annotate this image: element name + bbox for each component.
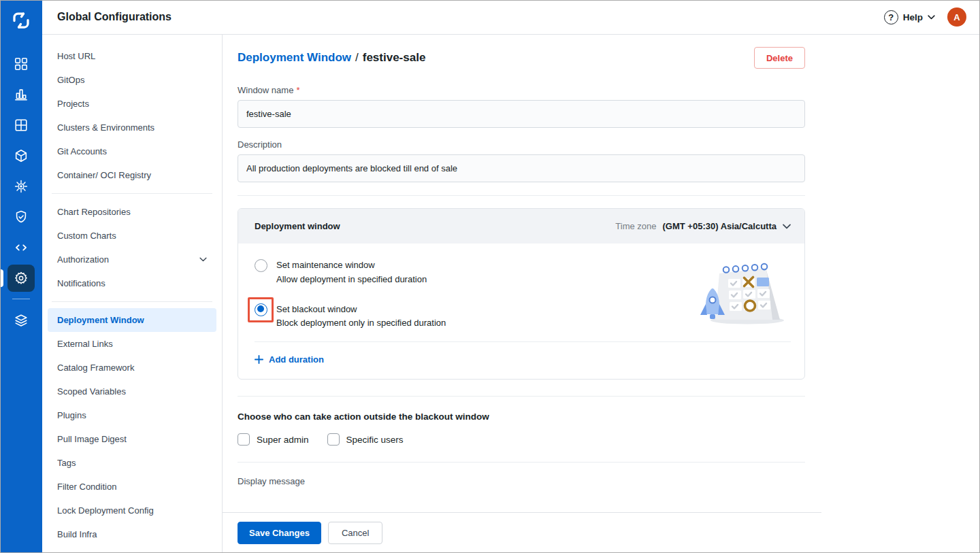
breadcrumb-separator: / <box>355 51 359 64</box>
chevron-down-icon <box>783 224 791 229</box>
body-row: Host URL GitOps Projects Clusters & Envi… <box>42 35 980 553</box>
nav-item-chart-repositories[interactable]: Chart Repositories <box>48 200 216 224</box>
chevron-down-icon <box>928 15 935 20</box>
nav-item-projects[interactable]: Projects <box>48 92 216 116</box>
action-bar: Save Changes Cancel <box>223 512 821 553</box>
chevron-down-icon <box>199 257 207 262</box>
nav-item-filter-condition[interactable]: Filter Condition <box>48 475 216 499</box>
nav-item-scoped-variables[interactable]: Scoped Variables <box>48 380 216 403</box>
blackout-window-option[interactable]: Set blackout window Block deployment onl… <box>255 303 694 331</box>
nav-divider <box>52 193 212 194</box>
save-changes-button[interactable]: Save Changes <box>238 522 321 544</box>
calendar-rocket-illustration <box>694 258 791 329</box>
avatar[interactable]: A <box>947 7 966 27</box>
application-groups-icon[interactable] <box>7 112 35 139</box>
nav-divider <box>52 301 212 302</box>
nav-item-git-accounts[interactable]: Git Accounts <box>48 139 216 163</box>
card-header: Deployment window Time zone (GMT +05:30)… <box>238 209 804 244</box>
maintenance-window-radio[interactable] <box>255 259 267 272</box>
divider <box>255 341 791 342</box>
nav-item-tags[interactable]: Tags <box>48 451 216 475</box>
action-scope-options: Super admin Specific users <box>238 433 805 446</box>
timezone-label: Time zone <box>615 221 656 231</box>
add-duration-button[interactable]: Add duration <box>255 354 324 365</box>
card-title: Deployment window <box>255 221 340 231</box>
breadcrumb-current: festive-sale <box>363 51 426 64</box>
content-area: Deployment Window/festive-sale Delete Wi… <box>223 35 980 553</box>
maintenance-window-option[interactable]: Set maintenance window Allow deployment … <box>255 258 694 287</box>
nav-item-authorization[interactable]: Authorization <box>48 248 216 271</box>
applications-icon[interactable] <box>7 50 35 78</box>
header-actions: ? Help A <box>884 7 966 27</box>
description-label: Description <box>238 139 805 150</box>
timezone-dropdown[interactable]: Time zone (GMT +05:30) Asia/Calcutta <box>615 221 791 231</box>
devtron-logo[interactable] <box>10 9 33 32</box>
nav-item-gitops[interactable]: GitOps <box>48 68 216 92</box>
specific-users-checkbox[interactable] <box>327 433 340 446</box>
display-message-label: Display message <box>238 476 805 486</box>
sidebar-divider <box>12 299 30 299</box>
main-column: Global Configurations ? Help A Host URL … <box>42 0 980 553</box>
nav-item-deployment-window[interactable]: Deployment Window <box>48 308 216 332</box>
nav-item-plugins[interactable]: Plugins <box>48 403 216 427</box>
code-editor-icon[interactable] <box>7 234 35 261</box>
config-nav: Host URL GitOps Projects Clusters & Envi… <box>42 35 223 553</box>
nav-item-custom-charts[interactable]: Custom Charts <box>48 224 216 248</box>
specific-users-option[interactable]: Specific users <box>327 433 404 446</box>
super-admin-checkbox[interactable] <box>238 433 250 446</box>
chart-store-icon[interactable] <box>7 142 35 169</box>
super-admin-option[interactable]: Super admin <box>238 433 309 446</box>
stack-manager-icon[interactable] <box>7 307 35 334</box>
deployment-window-card: Deployment window Time zone (GMT +05:30)… <box>238 208 805 380</box>
app-root: Global Configurations ? Help A Host URL … <box>0 0 980 553</box>
nav-item-host-url[interactable]: Host URL <box>48 44 216 68</box>
divider <box>238 396 805 397</box>
timezone-value: (GMT +05:30) Asia/Calcutta <box>663 221 777 231</box>
breadcrumb-deployment-window-link[interactable]: Deployment Window <box>238 51 351 64</box>
nav-item-container-oci-registry[interactable]: Container/ OCI Registry <box>48 163 216 187</box>
nav-item-notifications[interactable]: Notifications <box>48 271 216 295</box>
nav-item-external-links[interactable]: External Links <box>48 332 216 356</box>
nav-item-lock-deployment-config[interactable]: Lock Deployment Config <box>48 499 216 522</box>
nav-item-pull-image-digest[interactable]: Pull Image Digest <box>48 427 216 451</box>
card-body: Set maintenance window Allow deployment … <box>238 244 804 379</box>
cancel-button[interactable]: Cancel <box>328 522 382 544</box>
plus-icon <box>255 355 263 364</box>
divider <box>238 462 805 463</box>
window-name-input[interactable] <box>238 100 805 128</box>
page-head: Deployment Window/festive-sale Delete <box>238 47 805 69</box>
nav-item-catalog-framework[interactable]: Catalog Framework <box>48 356 216 380</box>
content-scroll: Deployment Window/festive-sale Delete Wi… <box>223 35 980 512</box>
nav-item-build-infra[interactable]: Build Infra <box>48 522 216 546</box>
help-menu[interactable]: ? Help <box>884 10 935 24</box>
blackout-window-radio[interactable] <box>255 303 267 316</box>
breadcrumb: Deployment Window/festive-sale <box>238 51 425 65</box>
divider <box>238 195 805 196</box>
delete-button[interactable]: Delete <box>754 47 805 69</box>
security-icon[interactable] <box>7 203 35 231</box>
primary-sidebar <box>0 0 42 553</box>
action-scope-heading: Choose who can take action outside the b… <box>238 412 805 422</box>
jobs-icon[interactable] <box>7 81 35 108</box>
nav-item-clusters-environments[interactable]: Clusters & Environments <box>48 116 216 139</box>
window-name-label: Window name* <box>238 85 805 95</box>
page-title: Global Configurations <box>57 11 172 23</box>
help-label: Help <box>903 12 923 22</box>
top-header: Global Configurations ? Help A <box>42 0 980 35</box>
description-input[interactable] <box>238 154 805 182</box>
required-asterisk: * <box>296 85 299 95</box>
resource-browser-icon[interactable] <box>7 173 35 200</box>
global-configurations-icon[interactable] <box>7 265 35 292</box>
question-circle-icon: ? <box>884 10 898 24</box>
